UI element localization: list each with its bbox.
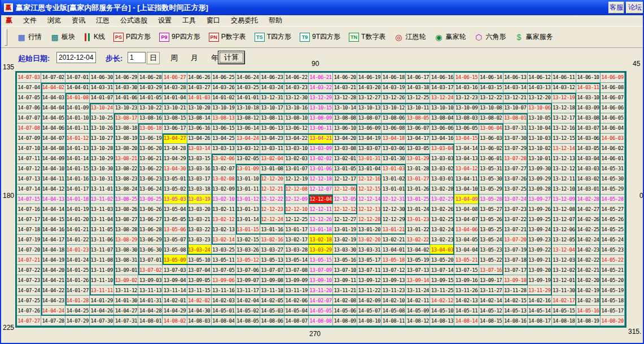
toolbar-button-T数字表[interactable]: TNT数字表 <box>349 32 385 42</box>
customer-service-button[interactable]: 客服 <box>608 2 624 14</box>
gann-grid: 14-07-0314-07-0214-07-0114-06-3014-06-29… <box>15 71 627 328</box>
start-date-input[interactable] <box>56 52 96 63</box>
grid-cell: 13-07-31 <box>503 124 528 134</box>
menu-item-公式选股[interactable]: 公式选股 <box>120 16 147 25</box>
grid-cell: 13-11-13 <box>138 285 163 296</box>
grid-cell: 13-12-21 <box>503 93 528 103</box>
grid-cell: 13-03-05 <box>406 144 430 154</box>
grid-cell: 13-08-07 <box>357 113 382 124</box>
grid-cell: 13-08-14 <box>187 113 212 124</box>
grid-cell: 13-11-02 <box>90 195 114 205</box>
grid-cell: 14-05-03 <box>260 306 284 316</box>
period-option-周[interactable]: 周 <box>168 52 180 64</box>
toolbar-button-六角形[interactable]: ⬡六角形 <box>474 32 506 42</box>
start-date-label: 起始日期: <box>18 54 50 64</box>
grid-cell: 14-02-05 <box>260 296 284 306</box>
toolbar-button-K线[interactable]: K线 <box>84 32 105 42</box>
toolbar-button-板块[interactable]: ▩板块 <box>50 32 75 42</box>
grid-cell: 14-04-05 <box>41 113 65 124</box>
grid-cell: 14-08-03 <box>187 316 212 326</box>
angle-label-90: 90 <box>311 60 319 68</box>
grid-cell: 13-01-27 <box>406 174 430 184</box>
grid-cell: 13-09-17 <box>479 275 503 285</box>
grid-cell: 14-04-09 <box>41 154 65 164</box>
calculate-button[interactable]: 计算 <box>218 51 245 64</box>
grid-cell: 13-07-24 <box>503 195 528 205</box>
step-label: 步长: <box>106 54 122 64</box>
toolbar-gripper-handle[interactable] <box>5 29 7 46</box>
toolbar-button-9P四方形[interactable]: P99P四方形 <box>159 32 200 42</box>
period-option-月[interactable]: 月 <box>189 52 200 64</box>
grid-cell: 13-08-06 <box>382 113 406 124</box>
grid-cell: 13-10-13 <box>357 103 382 113</box>
grid-cell: 13-02-19 <box>333 235 357 245</box>
grid-cell: 13-08-25 <box>114 195 138 205</box>
angle-label-0: 0 <box>639 192 644 200</box>
grid-cell: 13-06-30 <box>138 245 163 255</box>
grid-cell: 13-03-26 <box>236 245 260 255</box>
grid-cell: 14-01-22 <box>65 235 90 245</box>
grid-cell: 13-01-19 <box>333 224 357 235</box>
9t-square-icon: T9 <box>300 33 310 42</box>
toolbar-button-江恩轮[interactable]: ◎江恩轮 <box>394 32 426 42</box>
grid-cell: 14-01-29 <box>90 296 114 306</box>
grid-cell: 12-12-11 <box>309 204 333 214</box>
grid-cell: 14-02-15 <box>503 296 528 306</box>
toolbar-button-9T四方形[interactable]: T99T四方形 <box>300 32 340 42</box>
grid-cell: 14-04-18 <box>41 245 65 255</box>
grid-cell: 14-02-09 <box>357 296 382 306</box>
grid-cell: 13-11-14 <box>163 285 187 296</box>
grid-cell: 13-01-18 <box>309 224 333 235</box>
grid-cell: 14-03-06 <box>576 134 601 144</box>
toolbar-button-赢家轮[interactable]: ◉赢家轮 <box>434 32 466 42</box>
toolbar-button-赢家服务[interactable]: $赢家服务 <box>514 32 553 42</box>
toolbar-button-P四方形[interactable]: PSP四方形 <box>113 32 151 42</box>
menu-item-窗口[interactable]: 窗口 <box>207 16 220 25</box>
grid-cell: 13-12-06 <box>552 224 576 235</box>
grid-cell: 13-09-28 <box>528 184 552 195</box>
grid-cell: 12-12-16 <box>357 174 382 184</box>
grid-cell: 14-07-28 <box>41 316 65 326</box>
grid-cell: 13-04-02 <box>406 245 430 255</box>
menu-item-工具[interactable]: 工具 <box>182 16 196 25</box>
menu-item-文件[interactable]: 文件 <box>23 16 37 25</box>
grid-cell: 13-10-01 <box>528 154 552 164</box>
grid-cell: 14-06-18 <box>382 73 406 83</box>
grid-cell: 13-11-23 <box>382 285 406 296</box>
grid-cell: 13-08-27 <box>114 214 138 224</box>
menu-item-江恩[interactable]: 江恩 <box>96 16 109 25</box>
gann-wheel-icon: ◎ <box>394 33 403 42</box>
toolbar-button-T四方形[interactable]: TST四方形 <box>255 32 291 42</box>
grid-cell: 13-12-26 <box>382 93 406 103</box>
grid-cell: 13-09-25 <box>528 214 552 224</box>
grid-cell: 14-01-26 <box>65 275 90 285</box>
grid-cell: 13-02-04 <box>260 154 284 164</box>
menu-item-设置[interactable]: 设置 <box>158 16 172 25</box>
grid-cell: 13-01-14 <box>236 214 260 224</box>
menu-item-浏览[interactable]: 浏览 <box>47 16 61 25</box>
grid-cell: 13-12-10 <box>552 184 576 195</box>
grid-cell: 13-04-14 <box>454 144 479 154</box>
forum-button[interactable]: 论坛 <box>626 2 644 14</box>
grid-cell: 13-11-29 <box>528 285 552 296</box>
step-input[interactable] <box>128 52 146 63</box>
grid-cell: 13-11-22 <box>357 285 382 296</box>
grid-cell: 13-02-03 <box>284 154 309 164</box>
menu-bar: 赢 文件浏览资讯江恩公式选股设置工具窗口交易委托帮助 <box>1 15 643 26</box>
menu-item-资讯[interactable]: 资讯 <box>72 16 85 25</box>
menu-item-帮助[interactable]: 帮助 <box>269 16 282 25</box>
grid-cell: 14-05-01 <box>212 306 236 316</box>
grid-cell: 14-06-22 <box>284 73 309 83</box>
toolbar-button-行情[interactable]: ▦行情 <box>17 32 42 42</box>
grid-cell: 13-08-20 <box>114 144 138 154</box>
period-option-日[interactable]: 日 <box>147 52 160 64</box>
grid-cell: 13-05-29 <box>479 184 503 195</box>
grid-cell: 13-05-07 <box>163 235 187 245</box>
grid-cell: 14-08-04 <box>212 316 236 326</box>
grid-cell: 13-05-14 <box>284 255 309 265</box>
menu-item-交易委托[interactable]: 交易委托 <box>231 16 258 25</box>
toolbar-button-P数字表[interactable]: PNP数字表 <box>209 32 246 42</box>
grid-cell: 13-03-04 <box>430 144 454 154</box>
grid-cell: 13-05-15 <box>309 255 333 265</box>
grid-cell: 13-05-25 <box>479 224 503 235</box>
